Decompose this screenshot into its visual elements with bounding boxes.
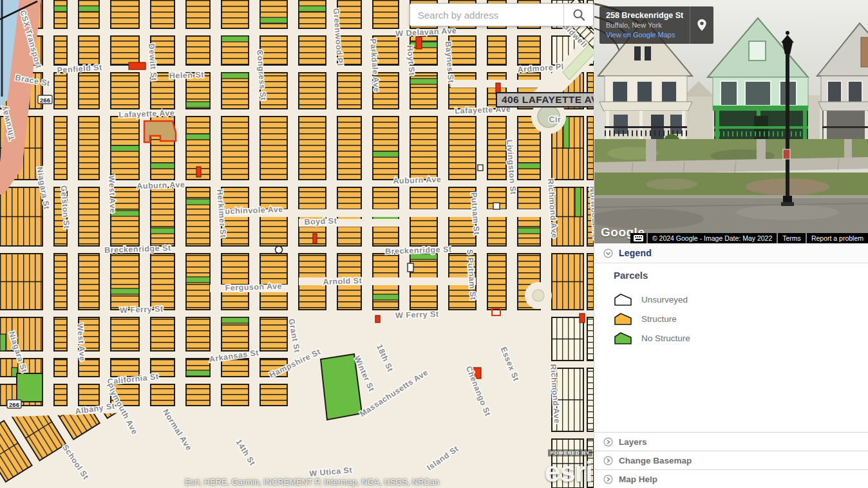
change-basemap-section-header[interactable]: Change Basemap [594, 451, 868, 469]
street-view-city: Buffalo, New York [606, 21, 683, 29]
layers-section-header[interactable]: Layers [594, 432, 868, 451]
route-shield: 266 [40, 97, 50, 104]
legend-item-no-structure: No Structure [614, 328, 868, 348]
legend-item-unsurveyed: Unsurveyed [614, 290, 868, 309]
parcel-viewer-app: 266266W Delavan AveArdmore PlHelen StPen… [0, 0, 868, 488]
layers-label: Layers [619, 437, 647, 447]
street-label: Boyd St [304, 216, 337, 227]
street-view-attribution-bar: © 2024 Google - Image Date: May 2022 Ter… [630, 233, 868, 243]
street-view-address: 258 Breckenridge St [606, 11, 683, 20]
legend-item-label: No Structure [641, 333, 690, 343]
street-label: Auburn Ave [393, 175, 441, 186]
route-shield: 266 [9, 401, 19, 408]
no-structure-swatch-icon [614, 331, 632, 345]
street-label: Auburn Ave [137, 180, 185, 191]
map-help-label: Map Help [619, 474, 657, 484]
street-label: W Ferry St [395, 310, 439, 320]
street-label: Arnold St [323, 276, 363, 286]
legend-item-label: Unsurveyed [641, 295, 688, 305]
legend-group-title: Parcels [614, 270, 868, 281]
chevron-down-circle-icon [603, 249, 613, 258]
map-help-section-header[interactable]: Map Help [594, 469, 868, 488]
unsurveyed-swatch-icon [614, 292, 632, 306]
street-view[interactable]: 258 Breckenridge St Buffalo, New York Vi… [594, 0, 868, 243]
legend-content: Parcels Unsurveyed Structure No Structur… [594, 263, 868, 432]
legend-title: Legend [619, 248, 652, 258]
view-on-google-maps-link[interactable]: View on Google Maps [606, 31, 683, 39]
map-address-flag: 406 LAFAYETTE AVE [496, 92, 594, 108]
keyboard-shortcuts-icon[interactable] [630, 233, 646, 243]
search-icon [571, 7, 587, 23]
street-label: Helen St [169, 70, 205, 80]
address-search-box [410, 3, 594, 26]
structure-swatch-icon [614, 312, 632, 326]
esri-logo: POWERED BY esri [545, 447, 592, 488]
map-pin-icon [690, 6, 713, 44]
legend-item-structure: Structure [614, 309, 868, 328]
report-problem-link[interactable]: Report a problem [807, 233, 868, 243]
change-basemap-label: Change Basemap [619, 456, 692, 465]
chevron-right-circle-icon [603, 437, 613, 447]
side-panel: 258 Breckenridge St Buffalo, New York Vi… [594, 0, 868, 488]
street-label: West Ave [107, 175, 117, 214]
search-button[interactable] [563, 4, 593, 26]
google-copyright: © 2024 Google - Image Date: May 2022 [648, 233, 777, 243]
legend-item-label: Structure [641, 314, 677, 324]
street-label: W Ferry St [120, 305, 164, 315]
chevron-right-circle-icon [603, 456, 613, 465]
chevron-right-circle-icon [603, 474, 613, 484]
esri-wordmark: esri [545, 456, 592, 488]
terms-link[interactable]: Terms [778, 233, 806, 243]
legend-section-header[interactable]: Legend [594, 243, 868, 263]
map-attribution: Esri, HERE, Garmin, INCREMENT P, Interma… [185, 478, 439, 487]
street-label: Cir [549, 115, 561, 124]
parcel-map-canvas[interactable]: 266266W Delavan AveArdmore PlHelen StPen… [0, 0, 594, 488]
street-view-address-card: 258 Breckenridge St Buffalo, New York Vi… [599, 6, 713, 44]
parcel-map[interactable]: 266266W Delavan AveArdmore PlHelen StPen… [0, 0, 594, 488]
search-input[interactable] [410, 4, 563, 26]
